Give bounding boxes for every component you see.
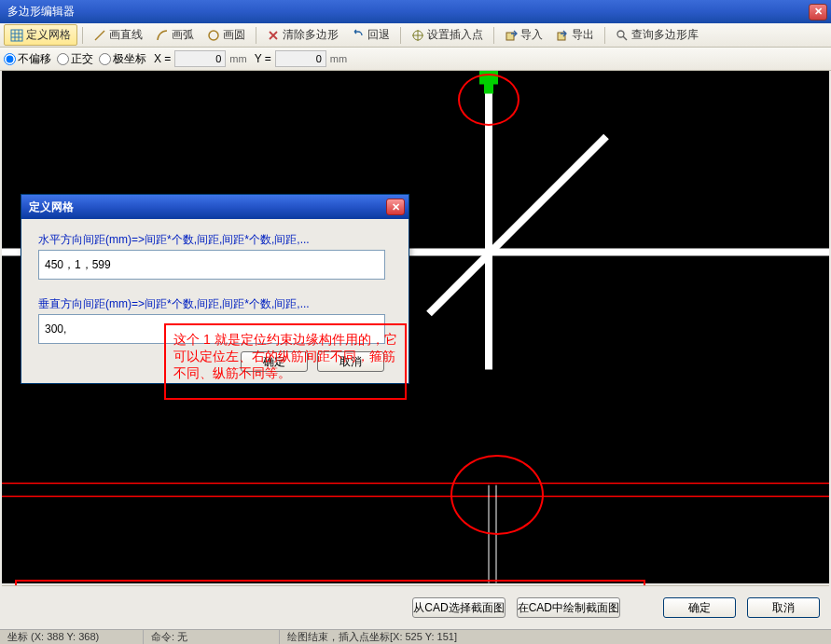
dialog-cancel-button[interactable]: 取消 xyxy=(317,351,384,372)
separator xyxy=(256,27,256,44)
define-grid-button[interactable]: 定义网格 xyxy=(4,24,77,46)
cad-select-section-button[interactable]: 从CAD选择截面图 xyxy=(412,597,505,618)
export-icon xyxy=(556,29,569,42)
svg-point-1 xyxy=(209,31,218,40)
svg-rect-0 xyxy=(11,30,22,41)
set-insert-button[interactable]: 设置插入点 xyxy=(406,25,489,45)
window-close-button[interactable]: ✕ xyxy=(809,4,827,21)
titlebar: 多边形编辑器 ✕ xyxy=(0,0,831,23)
label: 清除多边形 xyxy=(283,27,339,43)
query-lib-button[interactable]: 查询多边形库 xyxy=(610,25,704,45)
h-spacing-input[interactable] xyxy=(38,250,385,280)
label: 设置插入点 xyxy=(427,27,483,43)
main-ok-button[interactable]: 确定 xyxy=(663,597,736,618)
radio-polar[interactable]: 极坐标 xyxy=(99,51,146,67)
undo-icon xyxy=(352,29,365,42)
radio-no-offset[interactable]: 不偏移 xyxy=(4,51,51,67)
v-spacing-label: 垂直方向间距(mm)=>间距*个数,间距,间距*个数,间距,... xyxy=(38,296,392,312)
status-command: 命令: 无 xyxy=(144,630,280,644)
arc-icon xyxy=(156,29,169,42)
grid-icon xyxy=(10,29,23,42)
import-button[interactable]: 导入 xyxy=(499,25,548,45)
status-hint: 绘图结束，插入点坐标[X: 525 Y: 151] xyxy=(280,630,831,644)
dialog-ok-button[interactable]: 确定 xyxy=(241,351,308,372)
search-icon xyxy=(616,29,629,42)
separator xyxy=(400,27,401,44)
dialog-buttons: 确定 取消 xyxy=(38,351,392,372)
v-spacing-input[interactable] xyxy=(38,314,385,344)
svg-rect-10 xyxy=(484,71,493,94)
unit: mm xyxy=(330,53,347,64)
y-field: Y = mm xyxy=(255,50,347,67)
label: 回退 xyxy=(367,27,390,43)
unit: mm xyxy=(229,53,246,64)
toolbar-main: 定义网格 画直线 画弧 画圆 清除多边形 回退 设置插入点 导入 导出 查询多边… xyxy=(0,23,831,48)
h-spacing-label: 水平方向间距(mm)=>间距*个数,间距,间距*个数,间距,... xyxy=(38,232,392,248)
label: 导入 xyxy=(520,27,543,43)
line-icon xyxy=(93,29,106,42)
define-grid-dialog: 定义网格 ✕ 水平方向间距(mm)=>间距*个数,间距,间距*个数,间距,...… xyxy=(21,194,409,384)
draw-circle-button[interactable]: 画圆 xyxy=(201,25,251,45)
bottom-button-bar: 从CAD选择截面图 在CAD中绘制截面图 确定 取消 xyxy=(2,585,829,629)
statusbar: 坐标 (X: 388 Y: 368) 命令: 无 绘图结束，插入点坐标[X: 5… xyxy=(0,629,831,644)
y-input[interactable] xyxy=(275,50,326,67)
cad-draw-section-button[interactable]: 在CAD中绘制截面图 xyxy=(517,597,620,618)
dialog-titlebar: 定义网格 ✕ xyxy=(21,195,409,219)
toolbar-options: 不偏移 正交 极坐标 X = mm Y = mm xyxy=(0,48,831,71)
draw-arc-button[interactable]: 画弧 xyxy=(150,25,200,45)
dialog-body: 水平方向间距(mm)=>间距*个数,间距,间距*个数,间距,... 垂直方向间距… xyxy=(21,219,409,383)
label: 画圆 xyxy=(223,27,245,43)
separator xyxy=(82,27,83,44)
svg-point-5 xyxy=(617,31,624,37)
x-field: X = mm xyxy=(154,50,247,67)
svg-line-8 xyxy=(429,137,606,314)
x-label: X = xyxy=(154,52,171,65)
label: 画直线 xyxy=(109,27,143,43)
dialog-title-text: 定义网格 xyxy=(25,199,386,215)
undo-button[interactable]: 回退 xyxy=(346,25,395,45)
label: 导出 xyxy=(572,27,594,43)
separator xyxy=(604,27,605,44)
separator xyxy=(493,27,494,44)
close-icon xyxy=(267,29,280,42)
main-cancel-button[interactable]: 取消 xyxy=(747,597,820,618)
export-button[interactable]: 导出 xyxy=(550,25,600,45)
label: 定义网格 xyxy=(26,27,71,43)
clear-poly-button[interactable]: 清除多边形 xyxy=(261,25,344,45)
import-icon xyxy=(505,29,518,42)
draw-line-button[interactable]: 画直线 xyxy=(88,25,148,45)
dialog-close-button[interactable]: ✕ xyxy=(386,199,405,215)
radio-ortho[interactable]: 正交 xyxy=(57,51,93,67)
x-input[interactable] xyxy=(174,50,226,67)
offset-mode-group: 不偏移 正交 极坐标 xyxy=(4,51,146,67)
label: 查询多边形库 xyxy=(631,27,699,43)
status-coords: 坐标 (X: 388 Y: 368) xyxy=(0,630,144,644)
label: 画弧 xyxy=(172,27,194,43)
crosshair-icon xyxy=(411,29,424,42)
circle-icon xyxy=(207,29,220,42)
y-label: Y = xyxy=(255,52,271,65)
svg-rect-6 xyxy=(485,90,492,370)
window-title: 多边形编辑器 xyxy=(4,4,809,20)
